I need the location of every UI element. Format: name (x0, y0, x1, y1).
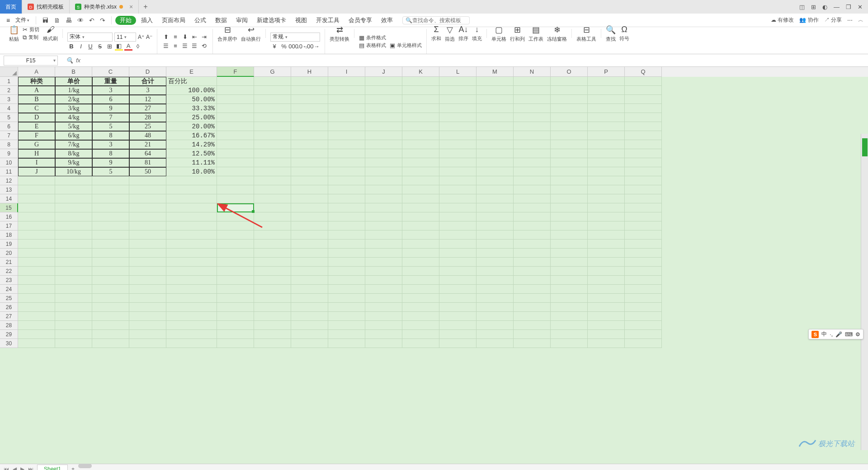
cell[interactable] (551, 212, 588, 221)
cell[interactable]: 3/kg (55, 104, 92, 113)
cell[interactable] (439, 158, 476, 167)
cell[interactable] (254, 167, 291, 176)
cell[interactable] (254, 221, 291, 230)
cell[interactable] (254, 267, 291, 276)
cell[interactable] (588, 86, 625, 95)
cell[interactable] (439, 212, 476, 221)
column-header-G[interactable]: G (254, 67, 291, 77)
cell[interactable] (514, 212, 551, 221)
cell[interactable] (129, 267, 166, 276)
cell[interactable] (328, 194, 365, 203)
cell[interactable] (328, 267, 365, 276)
cell[interactable] (328, 303, 365, 312)
cell[interactable] (254, 176, 291, 185)
menu-efficiency[interactable]: 效率 (377, 16, 397, 24)
cell[interactable] (217, 77, 254, 86)
cell[interactable] (365, 285, 402, 294)
cell[interactable]: D (18, 113, 55, 122)
cell[interactable] (254, 294, 291, 303)
column-header-E[interactable]: E (166, 67, 217, 77)
menu-review[interactable]: 审阅 (232, 16, 252, 24)
cell[interactable] (55, 176, 92, 185)
cell[interactable] (328, 77, 365, 86)
cell[interactable] (291, 185, 328, 194)
cell[interactable] (625, 86, 662, 95)
cell[interactable] (588, 230, 625, 240)
cell[interactable] (476, 194, 514, 203)
row-header-23[interactable]: 23 (0, 276, 18, 285)
bold-button[interactable]: B (67, 42, 75, 51)
cell[interactable] (402, 249, 439, 258)
cell[interactable] (166, 249, 217, 258)
cell-style-button[interactable]: ▣单元格样式 (390, 42, 422, 49)
cell[interactable] (402, 104, 439, 113)
cell[interactable] (402, 113, 439, 122)
cell[interactable] (254, 330, 291, 339)
decrease-font-icon[interactable]: A⁻ (146, 34, 152, 40)
cell[interactable] (476, 303, 514, 312)
tab-templates[interactable]: D 找稻壳模板 (22, 0, 70, 14)
window-close-icon[interactable]: ✕ (858, 4, 863, 10)
cell[interactable] (328, 221, 365, 230)
cell[interactable] (514, 77, 551, 86)
format-painter-button[interactable]: 🖌格式刷 (43, 25, 58, 42)
cell[interactable] (514, 149, 551, 158)
cell[interactable] (476, 185, 514, 194)
cell[interactable]: 100.00% (166, 86, 217, 95)
cell[interactable] (402, 276, 439, 285)
cell[interactable] (365, 258, 402, 267)
menu-devtools[interactable]: 开发工具 (312, 16, 344, 24)
column-header-Q[interactable]: Q (625, 67, 662, 77)
cell[interactable] (129, 240, 166, 249)
cell[interactable] (217, 86, 254, 95)
column-header-M[interactable]: M (476, 67, 514, 77)
cell[interactable] (588, 95, 625, 104)
cell[interactable] (92, 330, 129, 339)
cell[interactable] (328, 240, 365, 249)
row-header-12[interactable]: 12 (0, 176, 18, 185)
ime-mic-icon[interactable]: 🎤 (835, 331, 842, 338)
cell[interactable]: 4/kg (55, 113, 92, 122)
cell[interactable]: 3 (129, 86, 166, 95)
cell[interactable] (166, 194, 217, 203)
copy-button[interactable]: ⧉复制 (23, 34, 39, 41)
cell[interactable] (476, 230, 514, 240)
cell[interactable] (92, 339, 129, 348)
window-restore-icon[interactable]: ❐ (846, 4, 851, 10)
sheet-tab-1[interactable]: Sheet1 (37, 465, 68, 470)
window-minimize-icon[interactable]: — (834, 4, 840, 10)
cell[interactable]: 12 (129, 95, 166, 104)
cell[interactable] (439, 176, 476, 185)
cell[interactable] (439, 285, 476, 294)
cell[interactable] (365, 176, 402, 185)
cell[interactable] (365, 249, 402, 258)
row-header-24[interactable]: 24 (0, 285, 18, 294)
cell[interactable] (439, 194, 476, 203)
cell[interactable] (514, 258, 551, 267)
font-size-select[interactable]: 11▾ (114, 33, 136, 42)
cell[interactable] (439, 294, 476, 303)
ime-keyboard-icon[interactable]: ⌨ (845, 331, 853, 338)
align-justify-icon[interactable]: ☰ (190, 42, 198, 50)
cell[interactable] (166, 276, 217, 285)
cell[interactable] (291, 267, 328, 276)
cell[interactable] (625, 240, 662, 249)
cell[interactable] (402, 321, 439, 330)
cell[interactable] (514, 104, 551, 113)
cell[interactable]: 种类 (18, 77, 55, 86)
cell[interactable] (129, 203, 166, 212)
cell[interactable] (588, 185, 625, 194)
cell[interactable]: 2/kg (55, 95, 92, 104)
cell[interactable]: 14.29% (166, 140, 217, 149)
cell[interactable] (92, 221, 129, 230)
cell[interactable] (92, 267, 129, 276)
column-header-D[interactable]: D (129, 67, 166, 77)
cell[interactable] (217, 330, 254, 339)
column-header-K[interactable]: K (402, 67, 439, 77)
cell[interactable] (92, 185, 129, 194)
fill-button[interactable]: ↓填充 (472, 25, 482, 42)
cell[interactable] (588, 122, 625, 131)
cell[interactable] (588, 330, 625, 339)
menu-start[interactable]: 开始 (115, 16, 136, 25)
cell[interactable] (365, 158, 402, 167)
